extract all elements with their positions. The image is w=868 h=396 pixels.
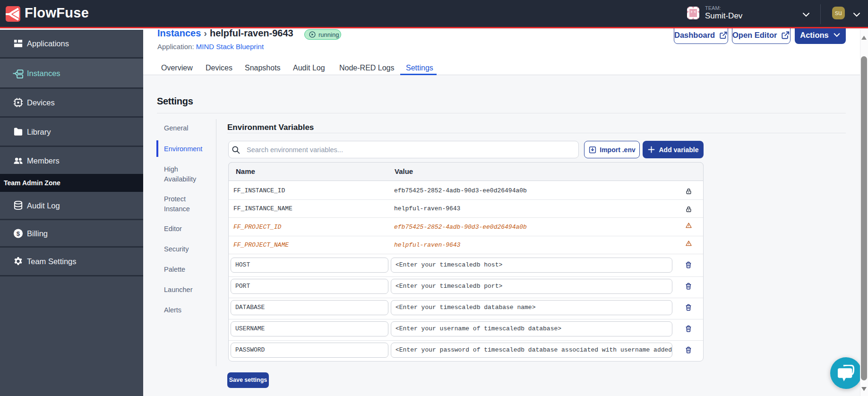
svg-text:$: $ bbox=[17, 230, 20, 237]
